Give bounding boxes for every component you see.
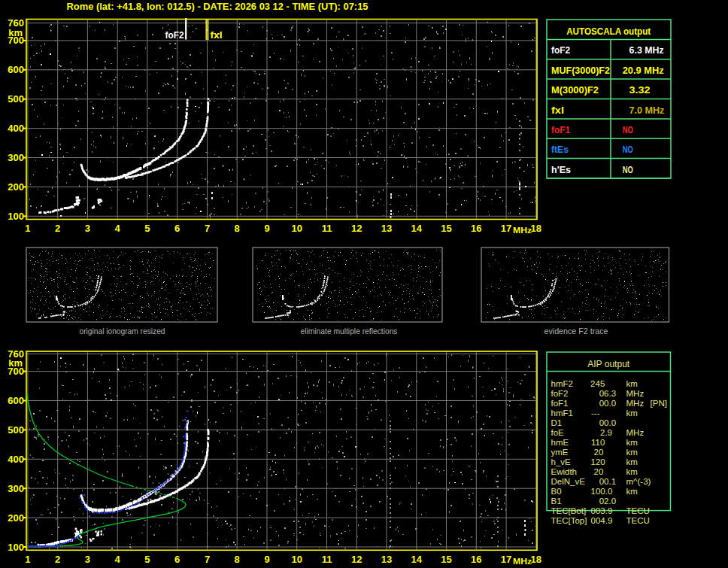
- svg-text:20: 20: [594, 467, 604, 476]
- svg-text:hmF1: hmF1: [551, 409, 573, 418]
- svg-text:500: 500: [8, 93, 24, 105]
- svg-text:11: 11: [322, 554, 332, 565]
- svg-text:600: 600: [8, 64, 24, 75]
- svg-text:TECU: TECU: [626, 516, 650, 525]
- svg-text:TEC[Top]: TEC[Top]: [551, 516, 587, 525]
- svg-text:100: 100: [8, 542, 24, 553]
- svg-text:TECU: TECU: [626, 506, 650, 515]
- svg-text:2: 2: [55, 554, 60, 565]
- svg-text:20: 20: [594, 448, 604, 457]
- svg-text:10: 10: [291, 223, 302, 234]
- svg-text:ymE: ymE: [551, 448, 569, 457]
- svg-text:[PN]: [PN]: [651, 399, 667, 408]
- svg-text:km: km: [626, 409, 638, 418]
- svg-text:9: 9: [264, 554, 269, 565]
- svg-text:foF2: foF2: [551, 44, 570, 56]
- svg-text:300: 300: [8, 483, 24, 494]
- svg-text:foF2: foF2: [551, 389, 569, 398]
- svg-text:foF1: foF1: [551, 399, 569, 408]
- svg-text:10: 10: [291, 554, 302, 565]
- svg-text:12: 12: [351, 554, 362, 565]
- svg-text:foE: foE: [551, 428, 565, 437]
- svg-text:7: 7: [205, 554, 210, 565]
- svg-text:1: 1: [25, 223, 30, 234]
- svg-text:km: km: [626, 487, 638, 496]
- svg-text:MHz: MHz: [626, 399, 645, 408]
- svg-text:foF1: foF1: [551, 124, 570, 135]
- svg-text:200: 200: [8, 181, 24, 193]
- svg-text:foF2: foF2: [165, 29, 184, 41]
- svg-text:DelN_vE: DelN_vE: [551, 477, 586, 486]
- svg-text:2: 2: [55, 223, 60, 234]
- svg-text:100: 100: [8, 211, 24, 222]
- svg-text:km: km: [626, 448, 638, 457]
- svg-text:fxI: fxI: [551, 105, 564, 116]
- svg-text:500: 500: [8, 424, 24, 436]
- svg-text:245: 245: [590, 379, 605, 388]
- svg-text:ftEs: ftEs: [551, 144, 569, 155]
- svg-text:1: 1: [25, 554, 30, 565]
- svg-text:4: 4: [115, 223, 121, 234]
- svg-text:06.3: 06.3: [599, 389, 616, 398]
- svg-text:15: 15: [441, 223, 451, 234]
- svg-text:AIP output: AIP output: [587, 359, 630, 369]
- svg-text:300: 300: [8, 152, 24, 163]
- svg-text:km: km: [626, 467, 638, 476]
- svg-text:400: 400: [8, 123, 24, 134]
- svg-text:hmE: hmE: [551, 438, 569, 447]
- svg-text:hmF2: hmF2: [551, 379, 573, 388]
- svg-text:TEC[Bot]: TEC[Bot]: [551, 506, 587, 515]
- svg-text:eliminate multiple reflections: eliminate multiple reflections: [301, 327, 398, 336]
- svg-text:8: 8: [235, 554, 240, 565]
- svg-text:8: 8: [235, 223, 240, 234]
- svg-text:5: 5: [144, 554, 150, 565]
- svg-text:D1: D1: [551, 418, 563, 427]
- svg-text:km: km: [626, 379, 638, 388]
- svg-text:9: 9: [264, 223, 269, 234]
- svg-text:6.3 MHz: 6.3 MHz: [629, 44, 664, 56]
- svg-text:5: 5: [144, 223, 150, 234]
- svg-text:B0: B0: [551, 487, 562, 496]
- svg-text:14: 14: [411, 223, 423, 234]
- svg-text:fxI: fxI: [211, 29, 223, 41]
- svg-text:6: 6: [174, 554, 180, 565]
- svg-text:MHz: MHz: [513, 226, 532, 235]
- svg-text:11: 11: [322, 223, 332, 234]
- svg-text:original ionogram resized: original ionogram resized: [80, 327, 165, 336]
- svg-text:00.1: 00.1: [599, 477, 616, 486]
- svg-text:MHz: MHz: [513, 557, 532, 566]
- svg-text:NO: NO: [623, 164, 633, 175]
- svg-text:100.0: 100.0: [591, 487, 613, 496]
- svg-text:3: 3: [85, 554, 90, 565]
- svg-text:MHz: MHz: [626, 428, 645, 437]
- svg-text:16: 16: [471, 554, 481, 565]
- svg-text:h'Es: h'Es: [551, 164, 571, 175]
- svg-text:7.0 MHz: 7.0 MHz: [629, 105, 664, 116]
- svg-text:400: 400: [8, 454, 24, 465]
- svg-text:13: 13: [381, 223, 392, 234]
- svg-text:km: km: [626, 457, 638, 466]
- svg-text:7: 7: [205, 223, 210, 234]
- svg-text:M(3000)F2: M(3000)F2: [551, 84, 599, 96]
- svg-text:02.0: 02.0: [599, 497, 616, 506]
- svg-text:Rome (lat: +41.8, lon: 012.5): Rome (lat: +41.8, lon: 012.5) - DATE: 20…: [67, 1, 369, 12]
- svg-text:6: 6: [174, 223, 180, 234]
- svg-text:NO: NO: [623, 144, 633, 155]
- svg-text:evidence F2 trace: evidence F2 trace: [544, 327, 608, 336]
- svg-text:17: 17: [501, 554, 511, 565]
- svg-text:km: km: [8, 27, 23, 38]
- svg-text:h_vE: h_vE: [551, 457, 572, 466]
- svg-text:4: 4: [115, 554, 121, 565]
- svg-text:15: 15: [441, 554, 451, 565]
- svg-text:14: 14: [411, 554, 423, 565]
- svg-text:110: 110: [591, 438, 605, 447]
- svg-text:004.9: 004.9: [591, 516, 613, 525]
- svg-text:m^(-3): m^(-3): [626, 477, 651, 486]
- svg-text:20.9 MHz: 20.9 MHz: [623, 65, 664, 76]
- svg-text:003.9: 003.9: [591, 506, 613, 515]
- svg-text:NO: NO: [623, 124, 633, 135]
- svg-text:3.32: 3.32: [629, 84, 651, 96]
- svg-text:200: 200: [8, 512, 24, 524]
- svg-text:AUTOSCALA output: AUTOSCALA output: [566, 26, 651, 37]
- svg-text:00.0: 00.0: [599, 418, 616, 427]
